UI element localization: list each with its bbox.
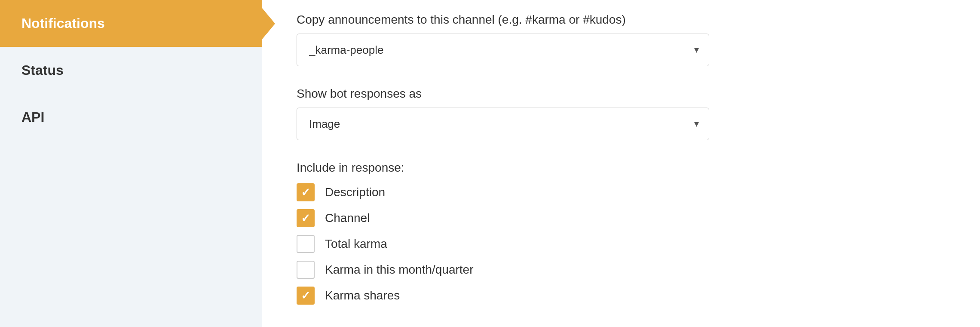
sidebar-item-api[interactable]: API xyxy=(0,94,262,141)
checkbox-label-karma-month-quarter: Karma in this month/quarter xyxy=(325,263,474,277)
include-in-response-section: Include in response: Description Channel… xyxy=(297,161,946,305)
sidebar-item-status[interactable]: Status xyxy=(0,47,262,94)
checkbox-karma-shares[interactable] xyxy=(297,287,315,305)
checkbox-label-karma-shares: Karma shares xyxy=(325,289,400,302)
checkbox-karma-month-quarter[interactable] xyxy=(297,261,315,279)
bot-responses-select[interactable]: Image Text Both xyxy=(297,108,709,140)
checkbox-label-total-karma: Total karma xyxy=(325,237,387,251)
checkbox-label-channel: Channel xyxy=(325,211,370,225)
sidebar-item-notifications[interactable]: Notifications xyxy=(0,0,262,47)
copy-announcements-label: Copy announcements to this channel (e.g.… xyxy=(297,13,946,27)
bot-responses-label: Show bot responses as xyxy=(297,87,946,101)
include-in-response-label: Include in response: xyxy=(297,161,946,175)
checkbox-row-description[interactable]: Description xyxy=(297,183,946,201)
copy-announcements-section: Copy announcements to this channel (e.g.… xyxy=(297,13,946,66)
checkbox-total-karma[interactable] xyxy=(297,235,315,253)
checkbox-row-karma-month-quarter[interactable]: Karma in this month/quarter xyxy=(297,261,946,279)
sidebar-item-label: Status xyxy=(21,62,64,78)
main-content: Copy announcements to this channel (e.g.… xyxy=(262,0,980,327)
checkbox-channel[interactable] xyxy=(297,209,315,227)
checkbox-description[interactable] xyxy=(297,183,315,201)
sidebar-item-label: Notifications xyxy=(21,15,105,31)
checkbox-row-total-karma[interactable]: Total karma xyxy=(297,235,946,253)
bot-responses-section: Show bot responses as Image Text Both ▾ xyxy=(297,87,946,140)
checkbox-row-karma-shares[interactable]: Karma shares xyxy=(297,287,946,305)
sidebar-item-label: API xyxy=(21,109,44,125)
copy-announcements-select[interactable]: _karma-people #karma #kudos xyxy=(297,34,709,66)
sidebar: Notifications Status API xyxy=(0,0,262,327)
checkbox-label-description: Description xyxy=(325,185,385,199)
copy-announcements-select-wrapper: _karma-people #karma #kudos ▾ xyxy=(297,34,709,66)
checkbox-row-channel[interactable]: Channel xyxy=(297,209,946,227)
bot-responses-select-wrapper: Image Text Both ▾ xyxy=(297,108,709,140)
